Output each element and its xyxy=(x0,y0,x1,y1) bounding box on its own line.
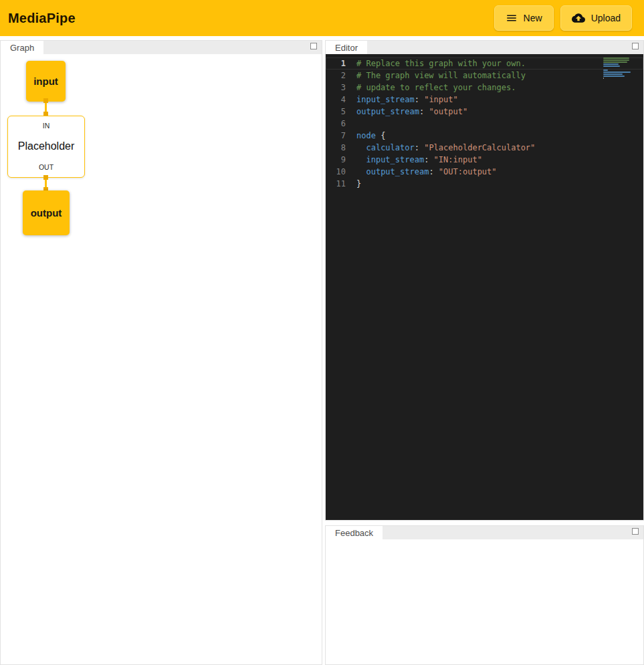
line-text: input_stream: "IN:input" xyxy=(356,154,482,166)
code-line[interactable]: 6 xyxy=(326,118,643,130)
minimap-line xyxy=(603,57,629,59)
line-text: node { xyxy=(356,130,385,142)
graph-tabstrip: Graph xyxy=(1,41,322,54)
line-text: # update to reflect your changes. xyxy=(356,82,516,94)
line-text: input_stream: "input" xyxy=(356,94,458,106)
code-line[interactable]: 8 calculator: "PlaceholderCalculator" xyxy=(326,142,643,154)
out-port-label: OUT xyxy=(39,163,53,171)
line-number: 5 xyxy=(326,106,356,118)
output-port-icon xyxy=(43,98,48,103)
app-header: MediaPipe New Upload xyxy=(0,0,644,36)
output-port-icon xyxy=(43,175,48,180)
code-line[interactable]: 3# update to reflect your changes. xyxy=(326,82,643,94)
graph-panel: Graph input IN Placeholder OUT output xyxy=(0,40,322,665)
line-text: # The graph view will automatically xyxy=(356,70,526,82)
line-text: calculator: "PlaceholderCalculator" xyxy=(356,142,535,154)
editor-tabstrip: Editor xyxy=(326,41,643,54)
code-line[interactable]: 4input_stream: "input" xyxy=(326,94,643,106)
line-text: output_stream: "output" xyxy=(356,106,467,118)
code-line[interactable]: 2# The graph view will automatically xyxy=(326,70,643,82)
graph-node-input[interactable]: input xyxy=(26,61,66,102)
minimap-line xyxy=(603,59,629,61)
editor-panel: Editor 1# Replace this graph with your o… xyxy=(325,40,644,521)
upload-button[interactable]: Upload xyxy=(560,5,632,31)
maximize-icon[interactable] xyxy=(632,528,639,535)
placeholder-node-title: Placeholder xyxy=(18,140,75,152)
tab-graph[interactable]: Graph xyxy=(1,41,43,54)
maximize-icon[interactable] xyxy=(310,43,317,49)
feedback-tabstrip: Feedback xyxy=(326,526,643,539)
line-text: # Replace this graph with your own. xyxy=(356,57,526,70)
feedback-panel: Feedback xyxy=(325,525,644,665)
upload-button-label: Upload xyxy=(591,13,621,23)
code-line[interactable]: 10 output_stream: "OUT:output" xyxy=(326,166,643,178)
line-number: 4 xyxy=(326,94,356,106)
line-number: 8 xyxy=(326,142,356,154)
code-line[interactable]: 7node { xyxy=(326,130,643,142)
line-number: 6 xyxy=(326,118,356,130)
feedback-content xyxy=(326,539,643,664)
menu-icon xyxy=(506,12,518,24)
code-line[interactable]: 1# Replace this graph with your own. xyxy=(326,57,643,70)
editor-code[interactable]: 1# Replace this graph with your own.2# T… xyxy=(326,54,643,520)
header-buttons: New Upload xyxy=(494,5,636,31)
line-number: 7 xyxy=(326,130,356,142)
line-number: 2 xyxy=(326,70,356,82)
code-line[interactable]: 11} xyxy=(326,178,643,190)
line-number: 1 xyxy=(326,57,356,70)
app-title: MediaPipe xyxy=(8,11,76,26)
maximize-icon[interactable] xyxy=(632,43,639,49)
minimap-line xyxy=(603,74,623,75)
line-text: output_stream: "OUT:output" xyxy=(356,166,497,178)
tab-editor[interactable]: Editor xyxy=(326,41,367,54)
in-port-label: IN xyxy=(43,122,50,130)
code-line[interactable]: 5output_stream: "output" xyxy=(326,106,643,118)
graph-node-output[interactable]: output xyxy=(23,190,70,235)
cloud-upload-icon xyxy=(572,11,585,25)
line-number: 9 xyxy=(326,154,356,166)
minimap-line xyxy=(603,61,627,63)
new-button-label: New xyxy=(524,13,542,23)
minimap-line xyxy=(603,72,631,73)
code-line[interactable]: 9 input_stream: "IN:input" xyxy=(326,154,643,166)
minimap-line xyxy=(603,65,620,67)
line-text: } xyxy=(356,178,361,190)
minimap-line xyxy=(603,70,608,71)
editor-minimap[interactable] xyxy=(603,57,633,79)
tab-feedback[interactable]: Feedback xyxy=(326,526,383,539)
line-number: 11 xyxy=(326,178,356,190)
graph-node-placeholder[interactable]: IN Placeholder OUT xyxy=(7,116,85,178)
minimap-line xyxy=(603,78,604,79)
new-button[interactable]: New xyxy=(494,5,554,31)
line-number: 3 xyxy=(326,82,356,94)
minimap-line xyxy=(603,63,619,65)
line-number: 10 xyxy=(326,166,356,178)
minimap-line xyxy=(603,76,625,77)
graph-canvas[interactable]: input IN Placeholder OUT output xyxy=(1,54,322,664)
